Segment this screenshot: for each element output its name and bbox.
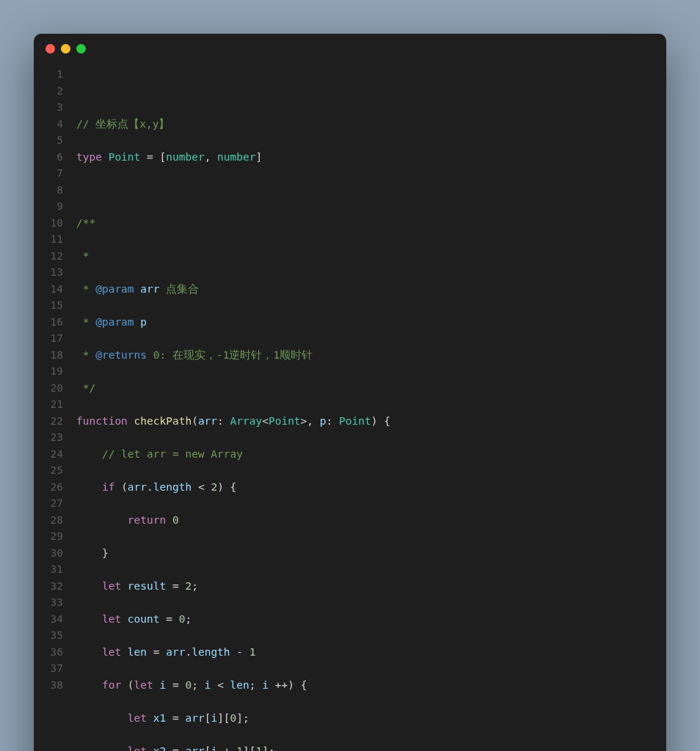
doc-open: /** bbox=[76, 217, 95, 229]
minimize-icon[interactable] bbox=[61, 44, 70, 54]
code-editor[interactable]: 1234567891011121314151617181920212223242… bbox=[34, 63, 666, 751]
doc-returns: @returns bbox=[95, 349, 147, 361]
comment: // let arr = new Array bbox=[102, 448, 243, 460]
kw-type: type bbox=[76, 151, 102, 163]
maximize-icon[interactable] bbox=[76, 44, 86, 54]
code-content[interactable]: // 坐标点【x,y】 type Point = [number, number… bbox=[76, 66, 666, 751]
doc-param: @param bbox=[95, 283, 134, 295]
titlebar bbox=[34, 34, 666, 63]
editor-window: 1234567891011121314151617181920212223242… bbox=[34, 34, 666, 751]
fn-name: checkPath bbox=[134, 415, 192, 427]
kw-function: function bbox=[76, 415, 128, 427]
close-icon[interactable] bbox=[45, 44, 55, 54]
type-point: Point bbox=[109, 151, 141, 163]
comment: // 坐标点【x,y】 bbox=[76, 118, 169, 130]
line-gutter: 1234567891011121314151617181920212223242… bbox=[34, 66, 76, 751]
